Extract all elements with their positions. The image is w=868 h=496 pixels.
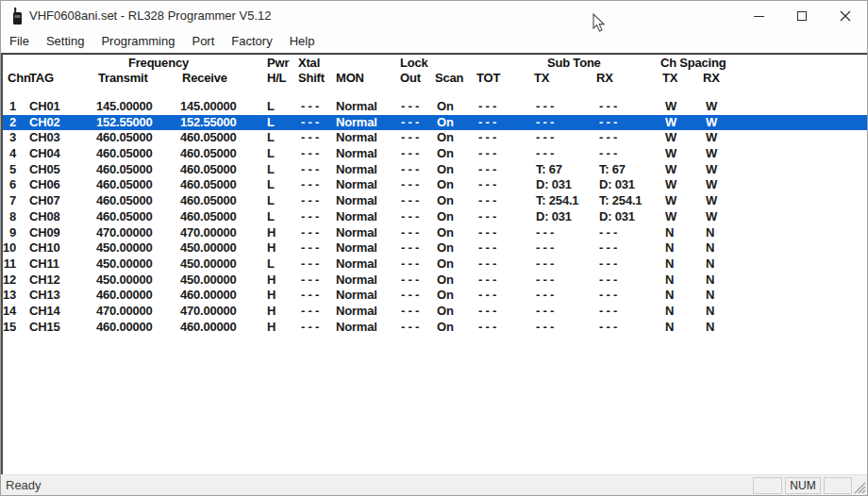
channel-row-ch15[interactable]: 15CH15460.00000460.00000H- - -Normal- - … xyxy=(3,320,867,336)
menu-item-file[interactable]: File xyxy=(1,31,38,52)
minimize-icon xyxy=(754,16,764,17)
channel-row-ch04[interactable]: 4CH04460.05000460.05000L- - -Normal- - -… xyxy=(3,146,867,162)
channel-row-ch06[interactable]: 6CH06460.05000460.05000L- - -Normal- - -… xyxy=(3,177,867,193)
channel-row-ch12[interactable]: 12CH12450.00000450.00000H- - -Normal- - … xyxy=(3,273,867,289)
channel-row-ch13[interactable]: 13CH13460.00000460.00000H- - -Normal- - … xyxy=(3,288,867,304)
cell-mon: Normal xyxy=(336,99,377,115)
cell-subtone-tx: - - - xyxy=(536,225,554,241)
radio-app-icon xyxy=(10,8,25,25)
column-header-subtone-tx: TX xyxy=(534,71,549,86)
cell-subtone-rx: - - - xyxy=(599,304,617,320)
cell-subtone-rx: - - - xyxy=(599,146,617,162)
menu-item-setting[interactable]: Setting xyxy=(38,31,92,52)
title-bar[interactable]: VHF0608ani.set - RL328 Programmer V5.12 xyxy=(1,1,867,31)
minimize-button[interactable] xyxy=(737,1,780,31)
cell-out: - - - xyxy=(401,146,419,162)
cell-chspacing-tx: N xyxy=(665,288,674,304)
cell-tag: CH02 xyxy=(29,115,59,131)
menu-item-factory[interactable]: Factory xyxy=(223,31,280,52)
channel-row-ch10[interactable]: 10CH10450.00000450.00000H- - -Normal- - … xyxy=(3,240,867,256)
cell-chspacing-tx: N xyxy=(665,273,674,289)
cell-out: - - - xyxy=(401,162,419,178)
column-header-pwr: H/L xyxy=(267,71,286,86)
cell-mon: Normal xyxy=(336,273,377,289)
cell-subtone-tx: D: 031 xyxy=(536,177,572,193)
cell-subtone-rx: - - - xyxy=(599,99,617,115)
cell-scan: On xyxy=(437,304,454,320)
cell-pwr: L xyxy=(267,130,275,146)
cell-receive: 450.00000 xyxy=(180,240,237,256)
cell-transmit: 152.55000 xyxy=(96,115,153,131)
close-button[interactable] xyxy=(824,1,867,31)
channel-row-ch11[interactable]: 11CH11450.00000450.00000L- - -Normal- - … xyxy=(3,256,867,273)
channel-row-ch14[interactable]: 14CH14470.00000470.00000H- - -Normal- - … xyxy=(3,304,867,320)
cell-out: - - - xyxy=(401,256,419,273)
menu-item-port[interactable]: Port xyxy=(183,31,223,52)
cell-chspacing-rx: W xyxy=(706,193,717,209)
column-group-sub-tone: Sub Tone xyxy=(547,56,601,71)
cell-transmit: 460.05000 xyxy=(96,209,153,225)
cell-scan: On xyxy=(437,256,454,273)
channel-row-ch05[interactable]: 5CH05460.05000460.05000L- - -Normal- - -… xyxy=(3,162,867,178)
status-pane-empty-1 xyxy=(753,477,782,494)
cell-tot: - - - xyxy=(478,320,496,336)
cell-pwr: L xyxy=(267,177,275,193)
cell-chspacing-tx: N xyxy=(665,240,674,256)
cell-chspacing-tx: W xyxy=(665,130,676,146)
cell-tot: - - - xyxy=(478,240,496,256)
cell-chn: 10 xyxy=(3,240,16,256)
cell-receive: 450.00000 xyxy=(180,273,237,289)
cell-chn: 6 xyxy=(3,177,16,193)
cell-receive: 460.00000 xyxy=(180,320,237,336)
cell-subtone-rx: T: 67 xyxy=(599,162,626,178)
channel-row-ch03[interactable]: 3CH03460.05000460.05000L- - -Normal- - -… xyxy=(3,130,867,146)
cell-chspacing-rx: W xyxy=(706,115,717,131)
channel-table: FrequencyPwrXtalLockSub ToneCh SpacingCh… xyxy=(1,53,867,474)
channel-row-ch01[interactable]: 1CH01145.00000145.00000L- - -Normal- - -… xyxy=(3,99,867,115)
cell-receive: 460.05000 xyxy=(180,146,237,162)
column-header-chn: Chn xyxy=(8,71,31,86)
cell-receive: 460.05000 xyxy=(180,209,237,225)
menu-item-programming[interactable]: Programming xyxy=(92,31,183,52)
table-body: 1CH01145.00000145.00000L- - -Normal- - -… xyxy=(3,99,867,335)
cell-tag: CH05 xyxy=(29,162,59,178)
cell-tot: - - - xyxy=(478,99,496,115)
cell-pwr: L xyxy=(267,146,275,162)
status-message: Ready xyxy=(6,478,42,492)
app-window: VHF0608ani.set - RL328 Programmer V5.12 … xyxy=(0,0,868,496)
cell-subtone-tx: - - - xyxy=(536,240,554,256)
channel-row-ch08[interactable]: 8CH08460.05000460.05000L- - -Normal- - -… xyxy=(3,209,867,225)
menu-item-help[interactable]: Help xyxy=(281,31,324,52)
column-header-out: Out xyxy=(400,71,421,86)
cell-tag: CH07 xyxy=(29,193,59,209)
column-header-chspacing-rx: RX xyxy=(703,71,720,86)
cell-pwr: H xyxy=(267,320,275,336)
resize-grip-icon[interactable] xyxy=(854,482,866,494)
channel-row-ch09[interactable]: 9CH09470.00000470.00000H- - -Normal- - -… xyxy=(3,225,867,241)
cell-shift: - - - xyxy=(301,99,319,115)
cell-receive: 450.00000 xyxy=(180,256,237,273)
cell-chspacing-tx: W xyxy=(665,193,676,209)
cell-mon: Normal xyxy=(336,320,377,336)
cell-scan: On xyxy=(437,320,454,336)
cell-receive: 460.05000 xyxy=(180,193,237,209)
cell-tot: - - - xyxy=(478,146,496,162)
cell-subtone-tx: T: 67 xyxy=(536,162,562,178)
cell-mon: Normal xyxy=(336,225,377,241)
channel-row-ch02[interactable]: 2CH02152.55000152.55000L- - -Normal- - -… xyxy=(3,115,867,131)
cell-chspacing-rx: W xyxy=(706,130,717,146)
channel-row-ch07[interactable]: 7CH07460.05000460.05000L- - -Normal- - -… xyxy=(3,193,867,209)
cell-tag: CH01 xyxy=(29,99,59,115)
cell-scan: On xyxy=(437,99,454,115)
cell-subtone-tx: - - - xyxy=(536,304,554,320)
cell-chspacing-rx: W xyxy=(706,209,717,225)
maximize-button[interactable] xyxy=(780,1,824,31)
cell-tag: CH15 xyxy=(29,320,59,336)
cell-out: - - - xyxy=(401,177,419,193)
cell-chspacing-tx: W xyxy=(665,209,676,225)
cell-shift: - - - xyxy=(301,177,319,193)
cell-out: - - - xyxy=(401,99,419,115)
status-bar: Ready NUM xyxy=(1,474,867,495)
mouse-cursor xyxy=(593,13,605,32)
column-group-lock: Lock xyxy=(400,56,428,71)
